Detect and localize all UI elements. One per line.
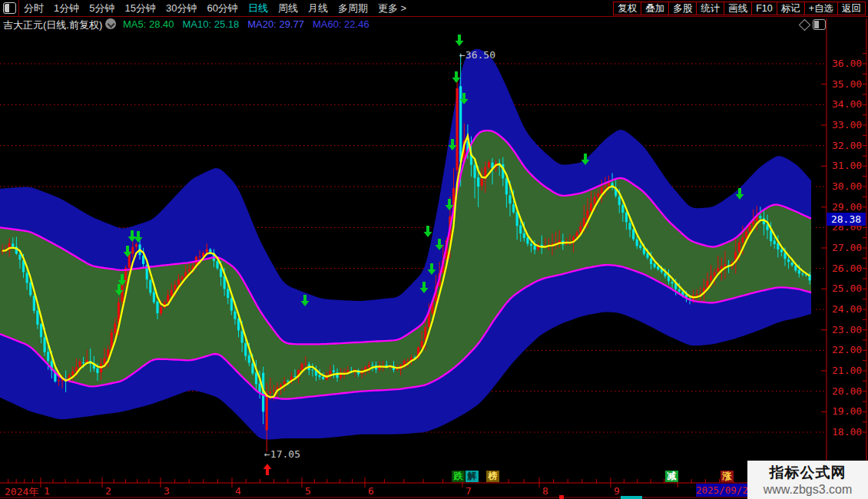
menu-item-7[interactable]: 周线	[278, 0, 298, 16]
watermark-panel: 指标公式网 www.zbgs3.com	[747, 461, 868, 499]
sell-arrow-icon	[452, 71, 461, 83]
last-price-badge: 28.38	[827, 213, 866, 226]
menu-item-1[interactable]: 1分钟	[54, 0, 79, 16]
toolbar-button-2[interactable]: 多股	[668, 2, 697, 15]
price-tick-label: 18.00	[832, 426, 866, 438]
menu-item-4[interactable]: 30分钟	[166, 0, 197, 16]
year-label: 2024年	[5, 485, 38, 499]
end-date-badge: 2025/09/29	[696, 484, 748, 497]
menu-item-5[interactable]: 60分钟	[207, 0, 237, 16]
menu-item-9[interactable]: 多周期	[338, 0, 368, 16]
price-tick-label: 34.00	[832, 98, 866, 110]
watermark-url: www.zbgs3.com	[747, 483, 868, 497]
watermark-title: 指标公式网	[747, 463, 868, 483]
price-tick-label: 24.00	[832, 303, 866, 315]
toolbar-buttons: 复权叠加多股统计画线F10标记+自选返回	[614, 0, 866, 16]
low-price-annotation: ←17.05	[264, 448, 300, 460]
candlestick-chart[interactable]	[0, 17, 868, 499]
menu-item-8[interactable]: 月线	[308, 0, 328, 16]
menu-item-10[interactable]: 更多 >	[378, 0, 406, 16]
price-tick-label: 29.00	[832, 201, 866, 213]
month-label: 1	[44, 485, 50, 497]
menu-item-3[interactable]: 15分钟	[124, 0, 155, 16]
divider	[18, 0, 19, 16]
high-price-annotation: ←36.50	[459, 49, 495, 61]
toolbar-button-4[interactable]: 画线	[724, 2, 752, 15]
menu-item-0[interactable]: 分时	[24, 0, 44, 16]
price-tick-label: 21.00	[832, 365, 866, 376]
price-tick-label: 33.00	[832, 119, 866, 131]
price-tick-label: 30.00	[832, 180, 866, 192]
toolbar-button-7[interactable]: +自选	[804, 2, 838, 15]
event-badge-2[interactable]: 榜	[486, 471, 499, 482]
toolbar-button-1[interactable]: 叠加	[641, 2, 669, 15]
price-tick-label: 25.00	[832, 283, 866, 294]
price-tick-label: 31.00	[832, 160, 866, 171]
trading-app-window: 分时1分钟5分钟15分钟30分钟60分钟日线周线月线多周期更多 > 复权叠加多股…	[0, 0, 868, 499]
price-tick-label: 23.00	[832, 324, 866, 335]
event-badge-0[interactable]: 跌	[452, 471, 465, 482]
price-tick-label: 20.00	[832, 385, 866, 397]
menu-item-6[interactable]: 日线	[248, 0, 268, 16]
month-label: 6	[368, 485, 374, 497]
month-label: 3	[164, 485, 170, 497]
toolbar-button-0[interactable]: 复权	[613, 2, 641, 15]
price-tick-label: 36.00	[832, 58, 866, 69]
top-menu-bar: 分时1分钟5分钟15分钟30分钟60分钟日线周线月线多周期更多 > 复权叠加多股…	[0, 0, 868, 17]
price-tick-label: 35.00	[832, 78, 866, 90]
month-label: 7	[465, 485, 472, 497]
menu-item-2[interactable]: 5分钟	[89, 0, 114, 16]
month-label: 4	[235, 485, 241, 497]
price-tick-label: 19.00	[832, 405, 866, 417]
sell-arrow-icon	[456, 35, 464, 46]
toolbar-button-5[interactable]: F10	[751, 2, 777, 15]
toolbar-button-3[interactable]: 统计	[696, 2, 724, 15]
window-layout-icon[interactable]	[3, 2, 16, 14]
month-label: 5	[305, 485, 311, 497]
price-tick-label: 26.00	[832, 263, 866, 274]
event-badge-3[interactable]: 减	[665, 471, 678, 482]
toolbar-button-8[interactable]: 返回	[837, 2, 866, 15]
price-tick-label: 27.00	[832, 242, 866, 253]
month-label: 9	[614, 485, 620, 497]
buy-arrow-icon	[263, 464, 272, 475]
month-label: 8	[542, 485, 548, 497]
month-label: 2	[105, 485, 111, 497]
toolbar-button-6[interactable]: 标记	[777, 2, 805, 15]
period-menu: 分时1分钟5分钟15分钟30分钟60分钟日线周线月线多周期更多 >	[24, 0, 406, 16]
event-badge-4[interactable]: 涨	[721, 471, 734, 482]
price-tick-label: 22.00	[832, 344, 866, 355]
event-badge-1[interactable]: 解	[465, 471, 479, 482]
price-tick-label: 32.00	[832, 140, 866, 151]
